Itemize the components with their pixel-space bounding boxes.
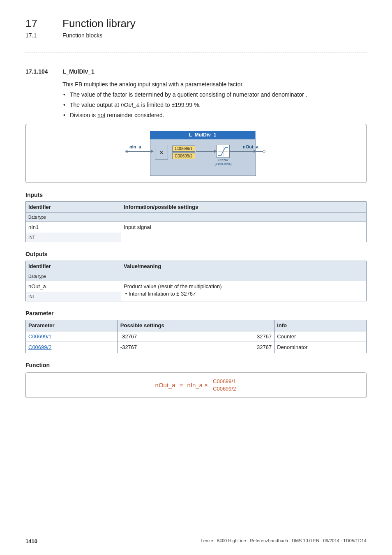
subsection-number: 17.1.104: [25, 68, 54, 76]
limit-label-2: (±199.99%): [214, 162, 232, 166]
param-lo: -32767: [118, 331, 179, 342]
function-frame: nOut_a = nIn_a × C00699/1 C00699/2: [25, 372, 367, 398]
inputs-row-name: nIn1: [26, 222, 121, 233]
formula-frac-den: C00699/2: [212, 385, 237, 393]
inputs-row-dtype: INT: [26, 233, 121, 242]
diagram-frame: L_MulDiv_1 nIn_a × C00699/1 C00699/2: [25, 124, 367, 183]
bullet-1: The value of the factor is determined by…: [69, 91, 367, 99]
limiter-icon: [217, 145, 230, 158]
inputs-th-id: Identifier: [26, 202, 121, 213]
formula-eq: =: [180, 381, 183, 389]
param-hi: 32767: [220, 342, 274, 353]
outputs-row-info-main: Product value (result of the multiplicat…: [124, 283, 221, 289]
outputs-row-name: nOut_a: [26, 281, 121, 292]
param-hi: 32767: [220, 331, 274, 342]
separator-dashed: [25, 53, 367, 53]
outputs-th-info: Value/meaning: [121, 261, 367, 272]
inputs-table: Identifier Information/possible settings…: [25, 201, 367, 242]
intro-text: This FB multiplies the analog input sign…: [62, 81, 367, 88]
chapter-number: 17: [25, 16, 50, 31]
fb-title: L_MulDiv_1: [150, 131, 255, 139]
footer-text: Lenze · 8400 HighLine · Referenzhandbuch…: [201, 538, 367, 545]
param-th-settings: Possible settings: [118, 320, 274, 331]
inputs-heading: Inputs: [25, 191, 367, 199]
param-info: Counter: [274, 331, 367, 342]
bullet-2-italic: nOut_a: [121, 102, 140, 108]
bullet-3-pre: Division is: [70, 112, 97, 118]
table-row: C00699/1 -32767 32767 Counter: [26, 331, 367, 342]
outputs-th-dtype: Data type: [26, 272, 121, 281]
parameter-table: Parameter Possible settings Info C00699/…: [25, 320, 367, 353]
bullet-2: The value output at nOut_a is limited to…: [69, 101, 367, 109]
frac-denominator: C00699/2: [172, 153, 195, 159]
bullet-3: Division is not remainder considered.: [69, 111, 367, 119]
port-in-label: nIn_a: [129, 144, 141, 150]
param-th-info: Info: [274, 320, 367, 331]
parameter-heading: Parameter: [25, 310, 367, 317]
page-number: 1410: [25, 538, 37, 545]
chapter-title: Function library: [62, 16, 136, 31]
bullet-2-pre: The value output at: [70, 102, 121, 108]
param-link[interactable]: C00699/2: [28, 344, 51, 350]
bullet-2-post: is limited to ±199.99 %.: [140, 102, 201, 108]
inputs-th-dtype: Data type: [26, 213, 121, 222]
section-title: Function blocks: [62, 32, 102, 39]
multiplier-icon: ×: [155, 145, 168, 160]
inputs-th-info: Information/possible settings: [121, 202, 367, 213]
outputs-heading: Outputs: [25, 250, 367, 258]
table-row: C00699/2 -32767 32767 Denominator: [26, 342, 367, 353]
param-info: Denominator: [274, 342, 367, 353]
port-out-label: nOut_a: [243, 144, 258, 150]
formula-frac-num: C00699/1: [212, 378, 237, 386]
bullet-3-post: remainder considered.: [105, 112, 164, 118]
outputs-row-info: Product value (result of the multiplicat…: [121, 281, 367, 301]
outputs-th-id: Identifier: [26, 261, 121, 272]
outputs-row-info-bullet: Internal limitation to ± 32767: [129, 291, 196, 297]
param-th-param: Parameter: [26, 320, 118, 331]
inputs-row-info: Input signal: [121, 222, 367, 242]
function-heading: Function: [25, 361, 367, 369]
bullet-3-underline: not: [97, 112, 105, 118]
formula-factor: nIn_a ×: [187, 381, 208, 389]
outputs-table: Identifier Value/meaning Data type nOut_…: [25, 261, 367, 301]
outputs-row-dtype: INT: [26, 292, 121, 301]
frac-numerator: C00699/1: [172, 146, 195, 152]
param-lo: -32767: [118, 342, 179, 353]
subsection-title: L_MulDiv_1: [62, 68, 95, 76]
section-number: 17.1: [25, 32, 50, 39]
formula-lhs: nOut_a: [155, 381, 175, 389]
param-link[interactable]: C00699/1: [28, 333, 51, 340]
